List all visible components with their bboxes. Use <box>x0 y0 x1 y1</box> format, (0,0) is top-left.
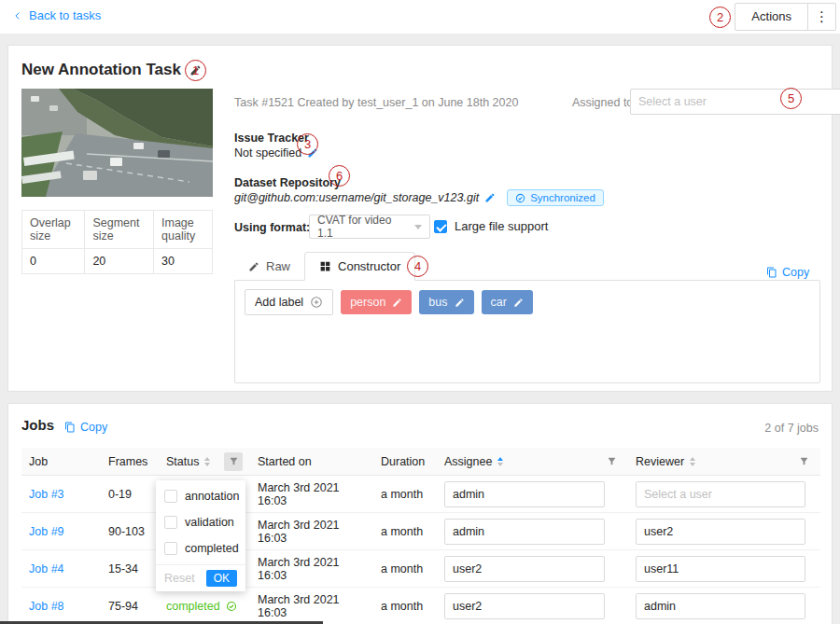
edit-label-icon[interactable] <box>392 298 402 308</box>
edit-label-icon[interactable] <box>455 298 465 308</box>
large-file-checkbox[interactable] <box>434 220 447 233</box>
param-value: 30 <box>154 249 213 274</box>
repository-url: git@github.com:username/git_storage_v123… <box>234 191 479 204</box>
tab-raw-label: Raw <box>266 259 290 273</box>
dataset-repository-row: git@github.com:username/git_storage_v123… <box>234 189 604 206</box>
label-chip-text: bus <box>428 296 447 309</box>
label-chip-car[interactable]: car <box>482 290 533 314</box>
sync-icon <box>515 193 525 203</box>
column-header-started: Started on <box>250 455 373 468</box>
job-link[interactable]: Job #8 <box>29 600 64 613</box>
reviewer-input[interactable] <box>636 593 805 619</box>
column-header-reviewer: Reviewer <box>628 452 820 471</box>
checkbox-icon[interactable] <box>164 490 177 503</box>
annotation-circle-6: 6 <box>329 165 350 187</box>
jobs-table-header: Job Frames Status Started on Duration As… <box>21 448 820 476</box>
annotation-circle-3: 3 <box>297 133 318 155</box>
job-row: Job #4 15-34 March 3rd 2021 16:03 a mont… <box>21 550 820 588</box>
filter-icon[interactable] <box>794 452 813 471</box>
add-label-button[interactable]: Add label <box>245 289 333 315</box>
reviewer-header-label[interactable]: Reviewer <box>636 455 684 468</box>
assignee-input[interactable] <box>444 593 605 619</box>
checkbox-icon[interactable] <box>164 516 177 529</box>
labels-copy-link[interactable]: Copy <box>766 266 809 279</box>
more-icon[interactable]: ⋮ <box>807 4 835 30</box>
column-header-duration: Duration <box>373 455 437 468</box>
column-header-job: Job <box>21 455 101 468</box>
sort-icon[interactable] <box>497 457 503 466</box>
status-header-label[interactable]: Status <box>166 455 199 468</box>
back-link-label: Back to tasks <box>29 8 101 22</box>
label-chip-text: car <box>491 296 507 309</box>
format-select[interactable]: CVAT for video 1.1 <box>309 215 430 239</box>
filter-reset-button[interactable]: Reset <box>164 572 195 585</box>
job-frames: 90-103 <box>101 525 159 538</box>
tab-raw[interactable]: Raw <box>234 252 304 281</box>
issue-tracker-value: Not specified <box>234 146 301 159</box>
edit-repository-icon[interactable] <box>484 192 496 203</box>
assignee-input[interactable] <box>444 556 605 582</box>
reviewer-input[interactable] <box>636 556 805 582</box>
jobs-title: Jobs <box>21 417 54 433</box>
job-row: Job #9 90-103 March 3rd 2021 16:03 a mon… <box>21 513 820 550</box>
tab-constructor-label: Constructor <box>338 259 400 273</box>
actions-button[interactable]: Actions <box>735 4 807 30</box>
copy-icon <box>64 422 76 433</box>
task-details-card: New Annotation Task Overlap size <box>7 45 833 392</box>
job-link[interactable]: Job #4 <box>29 562 64 575</box>
reviewer-input[interactable] <box>636 481 805 507</box>
plus-circle-icon <box>310 296 323 309</box>
filter-option-completed[interactable]: completed <box>156 535 245 562</box>
filter-icon[interactable] <box>224 452 243 471</box>
param-value: 0 <box>22 249 85 274</box>
filter-option-annotation[interactable]: annotation <box>156 483 245 509</box>
sort-icon[interactable] <box>690 457 695 466</box>
assignee-input[interactable] <box>444 481 605 507</box>
reviewer-input[interactable] <box>636 519 805 545</box>
tab-constructor[interactable]: Constructor <box>304 252 415 281</box>
label-chip-person[interactable]: person <box>341 290 412 314</box>
labels-tabs: Raw Constructor <box>234 252 415 281</box>
assignee-input[interactable] <box>444 519 605 545</box>
edit-label-icon[interactable] <box>513 298 524 308</box>
assignee-header-label[interactable]: Assignee <box>444 455 492 468</box>
job-link[interactable]: Job #3 <box>29 488 64 501</box>
param-header: Overlap size <box>22 211 85 249</box>
copy-icon <box>766 267 777 278</box>
jobs-copy-link[interactable]: Copy <box>64 421 107 434</box>
dataset-repository-label: Dataset Repository <box>234 176 341 189</box>
assigned-to-label: Assigned to <box>572 96 633 109</box>
param-header: Image quality <box>154 211 213 249</box>
job-started: March 3rd 2021 16:03 <box>250 556 373 582</box>
filter-ok-button[interactable]: OK <box>206 570 237 587</box>
job-started: March 3rd 2021 16:03 <box>250 519 373 545</box>
column-header-status: Status <box>159 452 250 471</box>
task-parameters-table: Overlap size Segment size Image quality … <box>21 210 213 274</box>
assigned-to-input[interactable] <box>630 89 840 115</box>
job-frames: 0-19 <box>101 488 159 501</box>
annotation-circle-5: 5 <box>780 88 802 109</box>
format-select-value: CVAT for video 1.1 <box>317 214 409 240</box>
checkbox-icon[interactable] <box>164 542 177 555</box>
job-link[interactable]: Job #9 <box>29 525 64 538</box>
sort-icon[interactable] <box>204 457 210 466</box>
sync-status-badge: Synchronized <box>507 189 604 206</box>
label-chip-bus[interactable]: bus <box>419 290 473 314</box>
edit-icon <box>248 261 259 272</box>
filter-icon[interactable] <box>602 452 621 471</box>
constructor-icon <box>319 260 331 272</box>
job-row: Job #8 75-94 completed March 3rd 2021 16… <box>21 588 820 624</box>
jobs-copy-label: Copy <box>80 421 107 434</box>
param-header: Segment size <box>85 211 154 249</box>
back-to-tasks-link[interactable]: Back to tasks <box>13 8 101 22</box>
jobs-card: Jobs Copy 2 of 7 jobs Job Frames Status … <box>7 403 833 624</box>
chevron-down-icon <box>414 225 422 229</box>
using-format-label: Using format: <box>234 221 310 234</box>
jobs-table: Job Frames Status Started on Duration As… <box>21 448 820 624</box>
labels-row: Add label person bus car <box>245 289 533 315</box>
annotation-circle-4: 4 <box>407 256 428 277</box>
page-title: New Annotation Task <box>21 61 202 79</box>
filter-option-validation[interactable]: validation <box>156 509 245 535</box>
param-value: 20 <box>85 249 154 274</box>
annotation-circle-2: 2 <box>709 7 731 28</box>
